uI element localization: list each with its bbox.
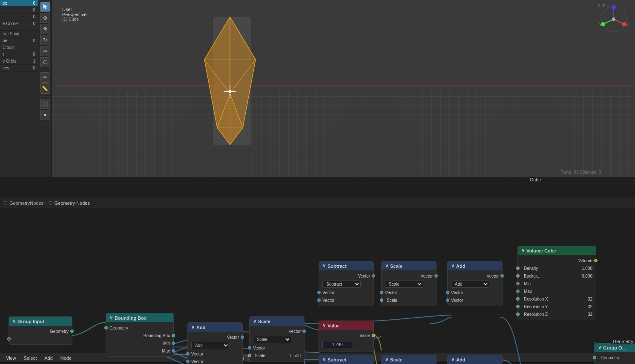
- vec-in-socket1[interactable]: [186, 352, 190, 355]
- annotate-btn[interactable]: ✏: [40, 72, 50, 83]
- vec-out-socket[interactable]: [241, 335, 244, 339]
- rotate-tool-btn[interactable]: ↻: [40, 35, 50, 45]
- value-out-row: Value: [319, 332, 374, 339]
- node-add2-header: ∨ Add: [448, 261, 502, 270]
- move-tool-btn[interactable]: ✥: [40, 24, 50, 34]
- collapse-icon: ∨: [521, 248, 525, 253]
- node-scale3-header: ∨ Scale: [382, 355, 436, 364]
- node-editor[interactable]: View Select Add Node ⬡ Geometry Nodes 📌 …: [0, 177, 635, 364]
- vec-in-row1: Vector: [188, 350, 242, 358]
- min-out-socket[interactable]: [172, 341, 175, 345]
- transform-tool-btn[interactable]: ⬡: [40, 57, 50, 67]
- breadcrumb-icon2: ⬡: [49, 200, 53, 206]
- value-out-socket[interactable]: [372, 334, 375, 337]
- resy-socket[interactable]: [516, 305, 520, 308]
- density-value: 1.000: [582, 266, 592, 271]
- vec-in-row: Vector: [382, 289, 436, 296]
- node-scale-1[interactable]: ∨ Scale Vector Scale Vector Scale: [249, 316, 305, 361]
- node-scale-3[interactable]: ∨ Scale Vector Scale Vector Scale: [381, 355, 437, 364]
- node-title: Scale: [390, 264, 402, 269]
- collapse-icon: ∨: [322, 323, 326, 328]
- geom-in-socket[interactable]: [593, 356, 596, 359]
- resx-socket[interactable]: [516, 297, 520, 301]
- node-sub2-header: ∨ Subtract: [319, 355, 374, 364]
- vec-in-label1: Vector: [451, 290, 463, 295]
- collapse-icon: ∨: [451, 357, 454, 362]
- resz-socket[interactable]: [516, 312, 520, 316]
- value-input[interactable]: 1.240: [322, 341, 352, 348]
- cursor-tool-btn[interactable]: ⊕: [40, 13, 50, 23]
- vec-out-socket[interactable]: [434, 274, 438, 278]
- node-group-input[interactable]: ∨ Group Input Geometry: [9, 316, 72, 345]
- node-title: Group Input: [17, 319, 44, 324]
- resy-row: Resolution Y 32: [518, 303, 596, 310]
- vec-out-socket[interactable]: [500, 274, 504, 278]
- select-tool-btn[interactable]: [40, 2, 50, 12]
- vec-out-socket[interactable]: [372, 274, 375, 278]
- add-dropdown[interactable]: Add: [451, 281, 489, 288]
- geom-input-row: Geometry: [106, 324, 173, 332]
- vec-out-row: Vector: [250, 327, 304, 335]
- bbox-out-socket[interactable]: [172, 334, 175, 337]
- vec-in-socket2[interactable]: [446, 298, 449, 302]
- node-title: Add: [196, 325, 205, 330]
- vec-in-label2: Vector: [191, 359, 203, 364]
- viewport-3d[interactable]: ⊕ ✥ ↻ ⇔ ⬡ ✏ 📏 ⬛ ● User Perspective (1) C…: [38, 0, 635, 177]
- scale-in-socket[interactable]: [248, 354, 251, 357]
- svg-point-9: [601, 22, 605, 26]
- node-value[interactable]: ∨ Value Value 1.240: [319, 321, 374, 352]
- node-add-3[interactable]: ∨ Add Vector Add Vector Vector: [447, 355, 503, 364]
- stat-label: ex: [3, 1, 7, 6]
- density-socket[interactable]: [516, 267, 520, 270]
- max-label: Max: [524, 289, 532, 294]
- sub-dropdown[interactable]: Subtract: [322, 281, 361, 288]
- vec-out-socket[interactable]: [302, 330, 306, 333]
- node-bounding-box-header: ∨ Bounding Box: [106, 313, 173, 322]
- svg-point-11: [612, 17, 615, 21]
- node-add-2[interactable]: ∨ Add Vector Add Vector Vector: [447, 261, 503, 306]
- breadcrumb-root[interactable]: GeometryNodes: [9, 201, 43, 206]
- add-dropdown[interactable]: Add: [191, 342, 230, 349]
- min-socket[interactable]: [516, 282, 520, 285]
- density-row: Density 1.000: [518, 264, 596, 272]
- node-subtract-2[interactable]: ∨ Subtract Vector Subtract Vector Vector: [319, 355, 374, 364]
- float-input-socket[interactable]: [7, 337, 11, 341]
- breadcrumb-child[interactable]: Geometry Nodes: [55, 201, 90, 206]
- node-group-output-header: ∨ Group O...: [595, 343, 635, 352]
- scale-in-socket[interactable]: [380, 298, 383, 302]
- backgr-socket[interactable]: [516, 274, 520, 278]
- viewport-gizmo[interactable]: Z X Y: [597, 2, 631, 36]
- vec-in-socket1[interactable]: [446, 291, 449, 294]
- node-add-1[interactable]: ∨ Add Vector Add Vector Vector: [187, 322, 243, 364]
- volume-out-row: Volume: [518, 257, 596, 264]
- empty-out-row: [595, 361, 635, 364]
- vec-label: Vector: [421, 274, 433, 278]
- scale-dropdown[interactable]: Scale: [253, 336, 291, 343]
- node-bounding-box[interactable]: ∨ Bounding Box Geometry Bounding Box Min…: [106, 313, 174, 357]
- vec-in-socket2[interactable]: [317, 298, 321, 302]
- collapse-icon: ∨: [322, 357, 326, 362]
- node-title: Subtract: [328, 357, 347, 362]
- max-out-socket[interactable]: [172, 349, 175, 353]
- stat-item-corner: e Corner 0: [0, 20, 38, 27]
- volume-out-socket[interactable]: [594, 259, 598, 262]
- geom-input-socket[interactable]: [104, 326, 108, 330]
- vec-in-row2: Vector: [188, 358, 242, 364]
- geometry-output-socket[interactable]: [70, 330, 74, 333]
- vec-in-socket1[interactable]: [317, 291, 321, 294]
- vec-in-socket[interactable]: [380, 291, 383, 294]
- node-scale-2[interactable]: ∨ Scale Vector Scale Vector Scale: [381, 261, 437, 306]
- scale-value: 0.500: [290, 353, 301, 358]
- vec-in-socket[interactable]: [248, 346, 251, 350]
- node-sub1-header: ∨ Subtract: [319, 261, 374, 270]
- node-scale2-body: Vector Scale Vector Scale: [382, 270, 436, 306]
- node-group-output[interactable]: ∨ Group O... Geometry: [594, 343, 635, 364]
- scale-tool-btn[interactable]: ⇔: [40, 46, 50, 56]
- svg-text:X: X: [626, 23, 629, 26]
- max-socket[interactable]: [516, 289, 520, 293]
- stat-item-t: t 0: [0, 51, 38, 58]
- vec-in-socket2[interactable]: [186, 360, 190, 363]
- node-subtract-1[interactable]: ∨ Subtract Vector Subtract Vector Vector: [319, 261, 374, 306]
- node-volume-cube[interactable]: ∨ Volume Cube Volume Density 1.000 Backg…: [517, 246, 596, 320]
- scale-dropdown[interactable]: Scale: [385, 281, 423, 288]
